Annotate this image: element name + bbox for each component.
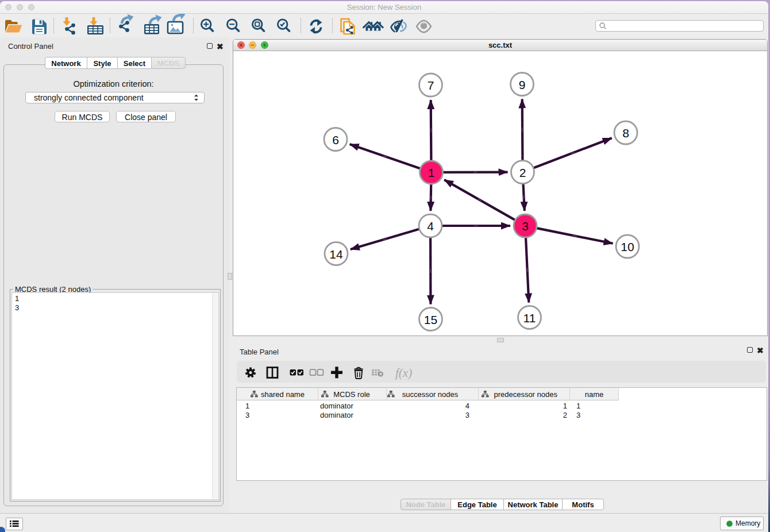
svg-text:10: 10 <box>621 240 634 253</box>
svg-text:4: 4 <box>427 219 434 233</box>
svg-text:1: 1 <box>428 166 435 179</box>
svg-text:2: 2 <box>519 166 526 179</box>
svg-text:3: 3 <box>522 219 529 233</box>
svg-text:9: 9 <box>519 78 526 91</box>
svg-text:MCDS role: MCDS role <box>333 390 370 399</box>
svg-text:14: 14 <box>329 248 343 261</box>
svg-text:7: 7 <box>428 79 434 92</box>
svg-text:f(x): f(x) <box>395 366 412 380</box>
svg-text:predecessor nodes: predecessor nodes <box>494 390 557 399</box>
svg-text:15: 15 <box>424 313 437 326</box>
svg-text:6: 6 <box>332 133 339 147</box>
svg-text:name: name <box>585 390 604 399</box>
svg-text:8: 8 <box>622 126 629 140</box>
svg-text:successor nodes: successor nodes <box>402 390 459 399</box>
svg-text:shared name: shared name <box>261 390 305 399</box>
svg-text:11: 11 <box>523 311 536 325</box>
